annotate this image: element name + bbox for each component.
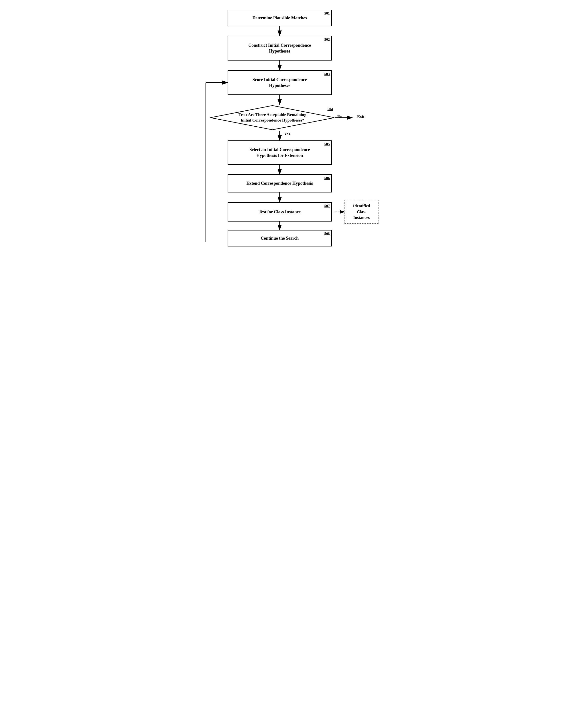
step-502-label: Construct Initial CorrespondenceHypothes… — [248, 42, 311, 54]
step-508-label: Continue the Search — [261, 235, 299, 241]
step-503-label: Score Initial CorrespondenceHypotheses — [253, 77, 307, 89]
step-503-box: Score Initial CorrespondenceHypotheses 5… — [228, 70, 332, 95]
step-501-label: Determine Plausible Matches — [253, 15, 307, 21]
step-504-label: Test: Are There Acceptable RemainingInit… — [231, 112, 314, 123]
identified-class-instances-box: IdentifiedClassInstances — [345, 200, 378, 224]
step-505-num: 505 — [324, 142, 330, 146]
step-501-box: Determine Plausible Matches 501 — [228, 10, 332, 26]
step-507-num: 507 — [324, 203, 330, 208]
step-508-box: Continue the Search 508 — [228, 230, 332, 246]
step-505-label: Select an Initial CorrespondenceHypothes… — [249, 147, 310, 159]
step-502-num: 502 — [324, 37, 330, 42]
step-506-label: Extend Correspondence Hypothesis — [246, 180, 313, 186]
step-501-num: 501 — [324, 11, 330, 16]
no-label: No — [337, 114, 342, 119]
step-504-num: 504 — [328, 107, 333, 111]
exit-label: Exit — [357, 114, 364, 119]
step-506-num: 506 — [324, 176, 330, 180]
step-505-box: Select an Initial CorrespondenceHypothes… — [228, 140, 332, 165]
step-504-diamond: Test: Are There Acceptable RemainingInit… — [209, 105, 335, 131]
step-507-box: Test for Class Instance 507 — [228, 202, 332, 222]
step-507-label: Test for Class Instance — [259, 209, 301, 215]
yes-label: Yes — [284, 132, 290, 137]
step-508-num: 508 — [324, 231, 330, 236]
step-506-box: Extend Correspondence Hypothesis 506 — [228, 174, 332, 192]
flowchart-diagram: Determine Plausible Matches 501 Construc… — [190, 5, 379, 242]
identified-class-instances-label: IdentifiedClassInstances — [353, 203, 370, 220]
step-503-num: 503 — [324, 71, 330, 76]
step-502-box: Construct Initial CorrespondenceHypothes… — [228, 36, 332, 61]
